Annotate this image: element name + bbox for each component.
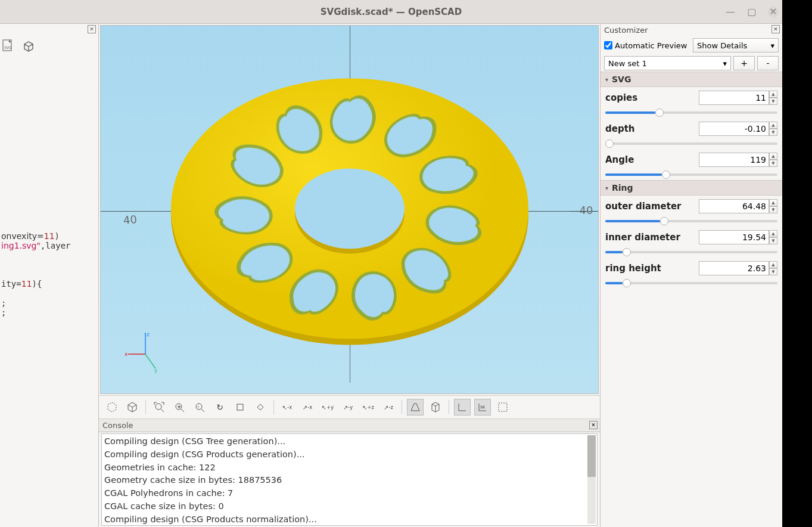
param-label: Angle <box>605 154 634 165</box>
maximize-button[interactable]: ▢ <box>746 7 757 17</box>
param-outer-diameter: outer diameter ▲▼ <box>601 196 782 227</box>
spinner-down[interactable]: ▼ <box>769 129 777 136</box>
inner-diameter-slider[interactable] <box>605 248 777 256</box>
customizer-close-icon[interactable]: ✕ <box>771 25 780 33</box>
console-line: Compiling design (CSG Products normaliza… <box>104 513 595 526</box>
svg-rect-26 <box>499 403 507 411</box>
view-right-button[interactable] <box>232 399 248 416</box>
axis-neg-y-button[interactable]: ↖+y <box>319 399 336 416</box>
svg-icon[interactable]: SVG <box>1 38 15 55</box>
titlebar[interactable]: SVGdisk.scad* — OpenSCAD — ▢ ✕ <box>0 0 782 24</box>
param-copies: copies ▲▼ <box>601 87 782 118</box>
view-top-button[interactable] <box>252 399 269 416</box>
svg-text:-: - <box>197 404 199 410</box>
preset-remove-button[interactable]: - <box>757 56 779 70</box>
axis-pos-x-button[interactable]: ↗-x <box>299 399 316 416</box>
rendered-model <box>159 48 540 372</box>
depth-input[interactable] <box>699 122 769 136</box>
console-scrollbar[interactable] <box>587 435 596 524</box>
axis-pos-z-button[interactable]: ↗-z <box>380 399 397 416</box>
zoom-out-button[interactable]: - <box>191 399 208 416</box>
triangle-down-icon: ▾ <box>605 76 608 83</box>
show-edges-button[interactable] <box>494 399 511 416</box>
axis-neg-x-button[interactable]: ↖-x <box>279 399 295 416</box>
angle-input[interactable] <box>699 153 769 167</box>
svg-text:+: + <box>177 404 182 410</box>
svg-text:SVG: SVG <box>4 45 12 49</box>
svg-line-18 <box>201 409 204 412</box>
console-line: CGAL Polyhedrons in cache: 7 <box>104 487 595 500</box>
3d-viewport[interactable]: 40 40 <box>100 25 599 394</box>
param-ring-height: ring height ▲▼ <box>601 258 782 289</box>
console-line: Compiling design (CSG Tree generation)..… <box>104 435 595 448</box>
svg-line-8 <box>145 354 155 368</box>
param-label: ring height <box>605 263 661 274</box>
group-ring-header[interactable]: ▾Ring <box>601 180 782 196</box>
perspective-button[interactable] <box>407 399 424 416</box>
copies-slider[interactable] <box>605 108 777 117</box>
outer-diameter-input[interactable] <box>699 199 769 213</box>
preview-button[interactable] <box>104 399 120 416</box>
code-editor[interactable]: onvexity=11) ing1.svg",layer ity=11){ ; … <box>0 230 98 318</box>
console-line: Geometry cache size in bytes: 18875536 <box>104 474 595 487</box>
svg-line-13 <box>161 409 164 412</box>
svg-point-5 <box>295 168 405 248</box>
spinner-down[interactable]: ▼ <box>769 98 777 105</box>
render-button[interactable] <box>124 399 141 416</box>
spinner-up[interactable]: ▲ <box>769 122 777 129</box>
param-depth: depth ▲▼ <box>601 118 782 149</box>
spinner-down[interactable]: ▼ <box>769 237 777 244</box>
ring-height-input[interactable] <box>699 261 769 275</box>
svg-text:10: 10 <box>480 405 485 409</box>
console-pane: Console ✕ Compiling design (CSG Tree gen… <box>99 419 600 527</box>
spinner-up[interactable]: ▲ <box>769 230 777 237</box>
copies-input[interactable] <box>699 91 769 105</box>
zoom-in-button[interactable]: + <box>171 399 188 416</box>
svg-text:z: z <box>147 331 150 337</box>
angle-slider[interactable] <box>605 170 777 179</box>
spinner-up[interactable]: ▲ <box>769 91 777 98</box>
svg-line-15 <box>181 409 184 412</box>
depth-slider[interactable] <box>605 140 777 148</box>
outer-diameter-slider[interactable] <box>605 217 777 225</box>
show-details-select[interactable]: Show Details▾ <box>693 38 779 52</box>
spinner-up[interactable]: ▲ <box>769 199 777 206</box>
console-line: Compiling design (CSG Products generatio… <box>104 448 595 461</box>
param-label: inner diameter <box>605 232 680 243</box>
spinner-down[interactable]: ▼ <box>769 268 777 275</box>
spinner-up[interactable]: ▲ <box>769 153 777 160</box>
editor-pane: ✕ SVG onvexity=11) ing1.svg",layer ity=1… <box>0 24 99 527</box>
ring-height-slider[interactable] <box>605 279 777 287</box>
editor-close-icon[interactable]: ✕ <box>88 25 96 33</box>
svg-text:y: y <box>154 367 158 373</box>
minimize-button[interactable]: — <box>725 7 736 17</box>
console-line: CGAL cache size in bytes: 0 <box>104 500 595 513</box>
console-output[interactable]: Compiling design (CSG Tree generation)..… <box>101 433 598 526</box>
param-inner-diameter: inner diameter ▲▼ <box>601 227 782 258</box>
preset-select[interactable]: New set 1▾ <box>604 56 731 70</box>
auto-preview-label: Automatic Preview <box>615 41 687 50</box>
close-button[interactable]: ✕ <box>768 7 779 17</box>
console-close-icon[interactable]: ✕ <box>589 421 598 429</box>
auto-preview-checkbox[interactable] <box>604 41 612 49</box>
customizer-pane: Customizer ✕ Automatic Preview Show Deta… <box>600 24 782 527</box>
axis-neg-z-button[interactable]: ↖+z <box>360 399 377 416</box>
inner-diameter-input[interactable] <box>699 230 769 244</box>
param-label: depth <box>605 123 635 134</box>
spinner-down[interactable]: ▼ <box>769 160 777 167</box>
axis-tick-pos: 40 <box>580 204 593 216</box>
show-scale-button[interactable]: 10 <box>474 399 491 416</box>
spinner-down[interactable]: ▼ <box>769 206 777 213</box>
axes-gizmo: x z y <box>125 331 166 376</box>
orthographic-button[interactable] <box>427 399 444 416</box>
show-axes-button[interactable] <box>454 399 471 416</box>
reset-view-button[interactable]: ↻ <box>211 399 228 416</box>
param-angle: Angle ▲▼ <box>601 149 782 180</box>
cube-icon[interactable] <box>21 38 36 55</box>
console-line: Geometries in cache: 122 <box>104 461 595 475</box>
axis-pos-y-button[interactable]: ↗-y <box>340 399 356 416</box>
preset-add-button[interactable]: + <box>733 56 755 70</box>
group-svg-header[interactable]: ▾SVG <box>601 72 782 87</box>
zoom-all-button[interactable] <box>151 399 167 416</box>
spinner-up[interactable]: ▲ <box>769 261 777 268</box>
